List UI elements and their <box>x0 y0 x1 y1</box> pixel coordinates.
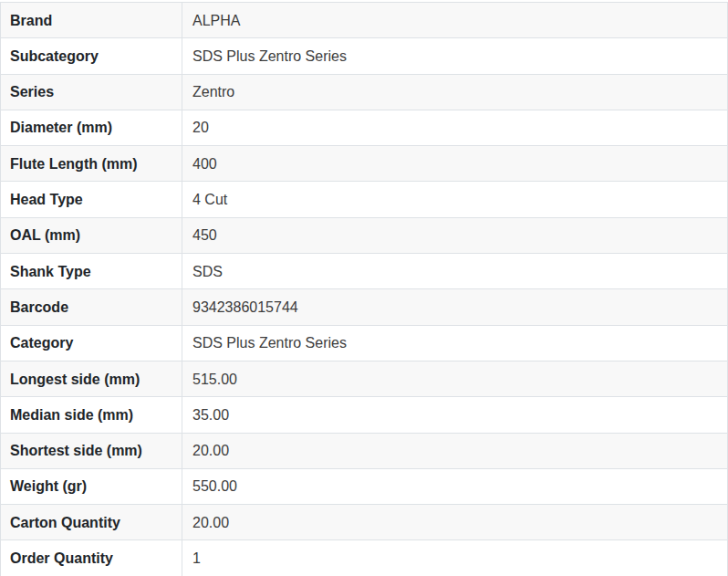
spec-value-cell: 20.00 <box>182 434 727 468</box>
table-row: Weight (gr) 550.00 <box>1 469 727 505</box>
spec-label-cell: Shortest side (mm) <box>1 434 182 468</box>
spec-value-cell: SDS Plus Zentro Series <box>182 38 727 73</box>
spec-label-cell: Head Type <box>1 182 182 216</box>
spec-label-cell: OAL (mm) <box>1 218 182 253</box>
spec-value-cell: 20 <box>182 110 727 145</box>
table-row: Head Type 4 Cut <box>1 182 727 217</box>
spec-label-cell: Diameter (mm) <box>1 110 182 145</box>
spec-value-cell: 9342386015744 <box>182 289 727 324</box>
table-row: Shortest side (mm) 20.00 <box>1 434 727 469</box>
spec-value-cell: SDS <box>182 254 727 288</box>
spec-label-cell: Median side (mm) <box>1 397 182 432</box>
spec-value-cell: 35.00 <box>182 397 727 432</box>
table-row: Subcategory SDS Plus Zentro Series <box>1 38 727 74</box>
table-row: OAL (mm) 450 <box>1 218 727 254</box>
table-row: Longest side (mm) 515.00 <box>1 361 727 397</box>
spec-value-cell: 515.00 <box>182 361 727 396</box>
table-row: Brand ALPHA <box>1 3 727 38</box>
spec-label-cell: Longest side (mm) <box>1 361 182 396</box>
spec-label-cell: Weight (gr) <box>1 469 182 504</box>
spec-value-cell: SDS Plus Zentro Series <box>182 326 727 361</box>
spec-value-cell: Zentro <box>182 75 727 110</box>
spec-label-cell: Subcategory <box>1 38 182 73</box>
spec-label-cell: Flute Length (mm) <box>1 146 182 181</box>
table-row: Median side (mm) 35.00 <box>1 397 727 433</box>
spec-label-cell: Order Quantity <box>1 540 182 575</box>
spec-label-cell: Series <box>1 75 182 110</box>
table-row: Category SDS Plus Zentro Series <box>1 326 727 361</box>
spec-label-cell: Carton Quantity <box>1 505 182 539</box>
spec-value-cell: 4 Cut <box>182 182 727 216</box>
table-row: Order Quantity 1 <box>1 540 727 576</box>
spec-label-cell: Shank Type <box>1 254 182 288</box>
spec-label-cell: Category <box>1 326 182 361</box>
table-row: Shank Type SDS <box>1 254 727 289</box>
spec-value-cell: ALPHA <box>182 3 727 37</box>
product-spec-table: Brand ALPHA Subcategory SDS Plus Zentro … <box>0 2 728 576</box>
table-row: Flute Length (mm) 400 <box>1 146 727 182</box>
spec-value-cell: 450 <box>182 218 727 253</box>
spec-value-cell: 20.00 <box>182 505 727 539</box>
spec-label-cell: Brand <box>1 3 182 37</box>
spec-value-cell: 400 <box>182 146 727 181</box>
table-row: Carton Quantity 20.00 <box>1 505 727 540</box>
table-row: Diameter (mm) 20 <box>1 110 727 146</box>
spec-label-cell: Barcode <box>1 289 182 324</box>
table-row: Barcode 9342386015744 <box>1 289 727 325</box>
spec-value-cell: 1 <box>182 540 727 575</box>
table-row: Series Zentro <box>1 75 727 110</box>
spec-value-cell: 550.00 <box>182 469 727 504</box>
